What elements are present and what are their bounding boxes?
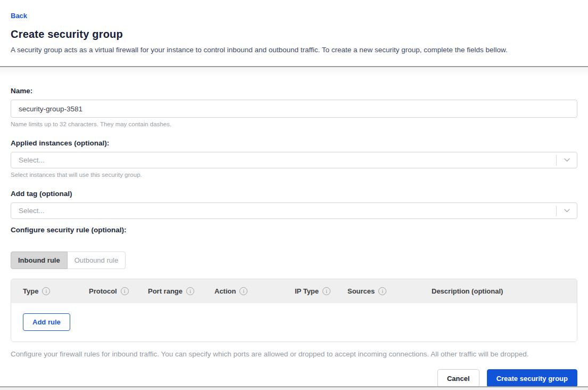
info-icon[interactable]: i xyxy=(186,287,194,295)
column-header-description: Description (optional) xyxy=(432,287,577,295)
info-icon[interactable]: i xyxy=(239,287,247,295)
rules-table-header: Type i Protocol i Port range i Action i … xyxy=(11,279,577,303)
info-icon[interactable]: i xyxy=(378,287,386,295)
form-actions: Cancel Create security group xyxy=(11,369,577,387)
select-right-controls xyxy=(556,152,577,168)
configure-rule-label: Configure security rule (optional): xyxy=(11,226,577,234)
column-label: IP Type xyxy=(295,287,319,295)
back-link[interactable]: Back xyxy=(11,12,27,20)
column-label: Action xyxy=(214,287,236,295)
column-label: Description (optional) xyxy=(432,287,503,295)
page-description: A security group acts as a virtual firew… xyxy=(11,46,577,54)
column-header-sources: Sources i xyxy=(347,287,432,295)
rules-table: Type i Protocol i Port range i Action i … xyxy=(11,279,577,342)
chevron-down-icon[interactable] xyxy=(557,152,577,168)
info-icon[interactable]: i xyxy=(322,287,330,295)
page-header: Back Create security group A security gr… xyxy=(0,0,588,54)
footer-divider xyxy=(0,386,588,390)
rule-direction-tabs: Inbound rule Outbound rule xyxy=(11,251,126,269)
info-icon[interactable]: i xyxy=(42,287,50,295)
applied-instances-helper: Select instances that will use this secu… xyxy=(11,172,577,178)
rules-helper-text: Configure your firewall rules for inboun… xyxy=(11,350,577,358)
name-input[interactable] xyxy=(11,100,577,118)
name-label: Name: xyxy=(11,87,577,95)
column-label: Type xyxy=(23,287,38,295)
page-title: Create security group xyxy=(11,28,577,40)
applied-instances-label: Applied instances (optional): xyxy=(11,139,577,147)
column-header-type: Type i xyxy=(23,287,89,295)
tab-inbound-rule[interactable]: Inbound rule xyxy=(11,251,68,269)
add-tag-placeholder: Select... xyxy=(19,207,556,215)
add-rule-button[interactable]: Add rule xyxy=(23,313,70,331)
column-header-action: Action i xyxy=(214,287,295,295)
cancel-button[interactable]: Cancel xyxy=(437,369,479,387)
create-security-group-button[interactable]: Create security group xyxy=(487,369,577,387)
applied-instances-select[interactable]: Select... xyxy=(11,152,577,168)
create-security-group-form: Name: Name limits up to 32 characters. T… xyxy=(0,87,588,387)
applied-instances-placeholder: Select... xyxy=(19,156,556,164)
info-icon[interactable]: i xyxy=(121,287,129,295)
header-divider xyxy=(0,66,588,75)
add-tag-label: Add tag (optional) xyxy=(11,190,577,198)
tab-outbound-rule[interactable]: Outbound rule xyxy=(68,251,126,269)
chevron-down-icon[interactable] xyxy=(557,203,577,218)
column-label: Protocol xyxy=(89,287,117,295)
name-helper: Name limits up to 32 characters. They ma… xyxy=(11,121,577,127)
column-label: Sources xyxy=(347,287,375,295)
add-tag-select[interactable]: Select... xyxy=(11,202,577,219)
select-right-controls xyxy=(556,203,577,218)
column-label: Port range xyxy=(148,287,183,295)
column-header-port-range: Port range i xyxy=(148,287,214,295)
rules-table-body: Add rule xyxy=(11,303,577,342)
column-header-ip-type: IP Type i xyxy=(295,287,347,295)
column-header-protocol: Protocol i xyxy=(89,287,148,295)
